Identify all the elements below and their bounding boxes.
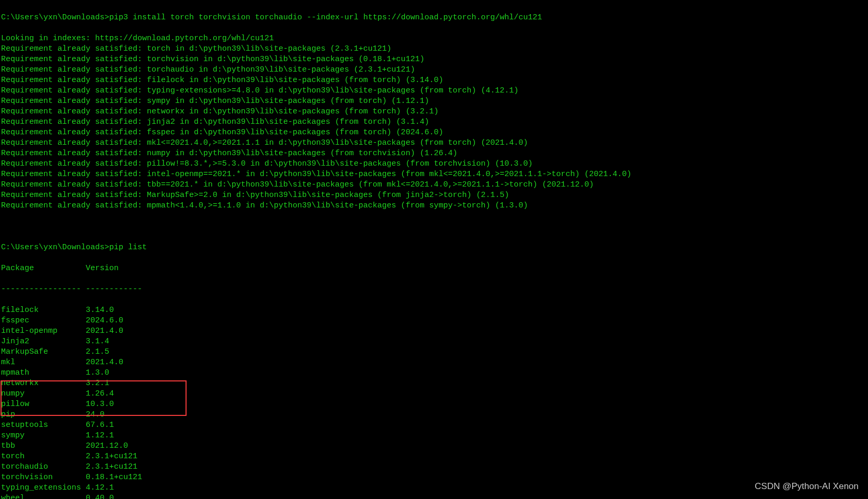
blank-line xyxy=(1,222,868,232)
terminal-output[interactable]: C:\Users\yxn\Downloads>pip3 install torc… xyxy=(0,0,868,499)
package-row: sympy 1.12.1 xyxy=(1,431,868,441)
pip-list-header: Package Version xyxy=(1,263,868,274)
install-output-line: Requirement already satisfied: MarkupSaf… xyxy=(1,190,868,201)
watermark-text: CSDN @Python-AI Xenon xyxy=(755,481,859,492)
install-output-line: Requirement already satisfied: typing-ex… xyxy=(1,86,868,96)
package-row: setuptools 67.6.1 xyxy=(1,420,868,431)
package-row: MarkupSafe 2.1.5 xyxy=(1,347,868,357)
package-row: torchvision 0.18.1+cu121 xyxy=(1,472,868,483)
install-output-line: Requirement already satisfied: pillow!=8… xyxy=(1,159,868,169)
prompt-path: C:\Users\yxn\Downloads> xyxy=(1,13,109,22)
command-text: pip list xyxy=(109,243,147,252)
install-output-line: Requirement already satisfied: intel-ope… xyxy=(1,169,868,180)
package-row: pillow 10.3.0 xyxy=(1,399,868,410)
install-output-line: Requirement already satisfied: filelock … xyxy=(1,75,868,86)
package-row: numpy 1.26.4 xyxy=(1,389,868,399)
package-row: mpmath 1.3.0 xyxy=(1,368,868,378)
package-row: tbb 2021.12.0 xyxy=(1,441,868,451)
install-output-line: Requirement already satisfied: torchvisi… xyxy=(1,54,868,65)
package-row: intel-openmp 2021.4.0 xyxy=(1,326,868,336)
install-output-line: Requirement already satisfied: numpy in … xyxy=(1,148,868,159)
package-row: mkl 2021.4.0 xyxy=(1,357,868,368)
install-output-line: Requirement already satisfied: torch in … xyxy=(1,44,868,54)
package-row: pip 24.0 xyxy=(1,410,868,420)
pip-list-divider: ----------------- ------------ xyxy=(1,284,868,295)
install-output-line: Requirement already satisfied: fsspec in… xyxy=(1,127,868,138)
install-output-line: Requirement already satisfied: tbb==2021… xyxy=(1,180,868,190)
package-row: wheel 0.40.0 xyxy=(1,493,868,499)
package-row: torch 2.3.1+cu121 xyxy=(1,451,868,462)
package-row: filelock 3.14.0 xyxy=(1,305,868,316)
install-output-line: Requirement already satisfied: jinja2 in… xyxy=(1,117,868,127)
cmd-line-1: C:\Users\yxn\Downloads>pip3 install torc… xyxy=(1,13,868,23)
cmd-line-2: C:\Users\yxn\Downloads>pip list xyxy=(1,242,868,253)
package-row: fsspec 2024.6.0 xyxy=(1,316,868,326)
install-output-line: Requirement already satisfied: mpmath<1.… xyxy=(1,201,868,211)
install-output-line: Requirement already satisfied: torchaudi… xyxy=(1,65,868,75)
command-text: pip3 install torch torchvision torchaudi… xyxy=(109,13,542,22)
package-row: Jinja2 3.1.4 xyxy=(1,336,868,347)
install-output-line: Looking in indexes: https://download.pyt… xyxy=(1,33,868,44)
install-output-line: Requirement already satisfied: mkl<=2021… xyxy=(1,138,868,148)
prompt-path: C:\Users\yxn\Downloads> xyxy=(1,243,109,252)
package-row: typing_extensions 4.12.1 xyxy=(1,483,868,493)
install-output-line: Requirement already satisfied: networkx … xyxy=(1,107,868,117)
install-output-line: Requirement already satisfied: sympy in … xyxy=(1,96,868,107)
package-row: torchaudio 2.3.1+cu121 xyxy=(1,462,868,472)
package-row: networkx 3.2.1 xyxy=(1,378,868,389)
